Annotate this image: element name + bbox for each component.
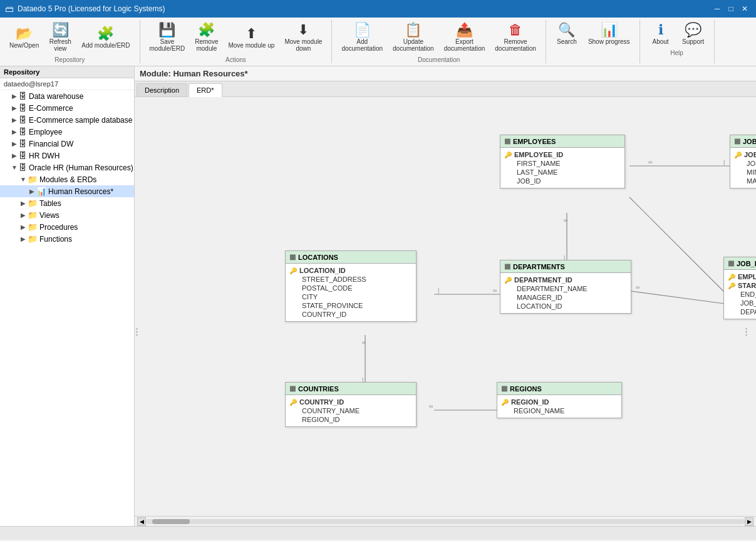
about-button[interactable]: ℹ About	[645, 20, 676, 48]
folder-icon: 📁	[28, 210, 38, 220]
erd-table-locations[interactable]: ▦ LOCATIONS 🔑 LOCATION_ID STREET_ADDRESS	[285, 250, 417, 322]
erd-table-countries[interactable]: ▦ COUNTRIES 🔑 COUNTRY_ID COUNTRY_NAME	[285, 382, 417, 427]
scroll-left-button[interactable]: ◀	[137, 517, 146, 526]
erd-table-departments[interactable]: ▦ DEPARTMENTS 🔑 DEPARTMENT_ID DEPARTMENT…	[500, 260, 631, 314]
erd-table-job-history[interactable]: ▦ JOB_HISTORY 🔑 EMPLOYEE_ID 🔑 START_DATE	[723, 257, 756, 319]
erd-table-job-history-body: 🔑 EMPLOYEE_ID 🔑 START_DATE END_DATE	[724, 270, 756, 319]
erd-canvas[interactable]: ∞ | ∞ | ∞ ∞ |	[135, 97, 756, 516]
sidebar-item-functions[interactable]: ▶ 📁 Functions	[0, 233, 134, 245]
expand-icon: ▶	[10, 152, 19, 159]
regions-table-title: REGIONS	[510, 385, 542, 393]
add-module-button[interactable]: 🧩 Add module/ERD	[77, 24, 134, 52]
right-grip	[745, 328, 747, 336]
chat-icon: 💬	[685, 23, 702, 37]
key-icon: 🔑	[504, 277, 512, 284]
erd-field: STATE_PROVINCE	[289, 301, 412, 310]
sidebar-item-tables[interactable]: ▶ 📁 Tables	[0, 197, 134, 209]
key-icon: 🔑	[728, 282, 735, 289]
show-progress-button[interactable]: 📊 Show progress	[584, 20, 634, 48]
erd-field: 🔑 REGION_ID	[501, 398, 618, 406]
key-icon: 🔑	[501, 399, 509, 406]
toolbar-group-actions: 💾 Savemodule/ERD 🧩 Removemodule ⬆ Move m…	[140, 20, 333, 63]
add-doc-icon: 📄	[354, 23, 371, 37]
erd-field: REGION_NAME	[501, 406, 618, 415]
export-documentation-button[interactable]: 📤 Exportdocumentation	[440, 20, 490, 55]
table-icon: ▦	[504, 262, 510, 270]
maximize-button[interactable]: □	[725, 3, 737, 15]
scroll-thumb[interactable]	[152, 519, 190, 524]
save-module-button[interactable]: 💾 Savemodule/ERD	[145, 20, 190, 55]
erd-field: 🔑 LOCATION_ID	[289, 266, 412, 275]
sidebar-item-employee[interactable]: ▶ 🗄 Employee	[0, 126, 134, 138]
erd-table-regions-body: 🔑 REGION_ID REGION_NAME	[497, 395, 621, 418]
erd-table-employees[interactable]: ▦ EMPLOYEES 🔑 EMPLOYEE_ID FIRST_NAME	[500, 135, 625, 188]
expand-icon: ▶	[10, 128, 19, 135]
sidebar-item-ecommerce-sample[interactable]: ▶ 🗄 E-Commerce sample database	[0, 114, 134, 126]
erd-field: 🔑 DEPARTMENT_ID	[504, 276, 627, 284]
close-button[interactable]: ✕	[738, 3, 751, 15]
sidebar-item-procedures[interactable]: ▶ 📁 Procedures	[0, 221, 134, 233]
svg-text:∞: ∞	[493, 287, 497, 294]
grip-dot	[136, 331, 138, 333]
arrow-up-icon: ⬆	[246, 27, 257, 41]
svg-text:∞: ∞	[636, 284, 639, 291]
search-icon: 🔍	[558, 23, 575, 37]
content-area: Module: Human Resources* Description ERD…	[135, 66, 756, 526]
db-icon: 🗄	[19, 127, 27, 137]
erd-table-locations-body: 🔑 LOCATION_ID STREET_ADDRESS POSTAL_CODE	[286, 264, 416, 321]
grip-dot	[745, 328, 747, 330]
search-button[interactable]: 🔍 Search	[551, 20, 583, 48]
refresh-view-button[interactable]: 🔄 Refreshview	[44, 20, 76, 55]
add-documentation-button[interactable]: 📄 Adddocumentation	[337, 20, 387, 55]
documentation-group-label: Documentation	[418, 56, 460, 63]
new-open-button[interactable]: 📂 New/Open	[5, 24, 43, 52]
tab-description[interactable]: Description	[137, 83, 187, 96]
table-icon: ▦	[504, 137, 510, 145]
expand-icon: ▶	[19, 200, 28, 207]
table-icon: ▦	[289, 253, 296, 261]
sidebar-item-label: Functions	[39, 235, 72, 244]
erd-table-countries-body: 🔑 COUNTRY_ID COUNTRY_NAME REGION_ID	[286, 395, 416, 426]
sidebar-item-modules-erds[interactable]: ▼ 📁 Modules & ERDs	[0, 173, 134, 185]
expand-icon: ▶	[19, 235, 28, 242]
erd-table-regions[interactable]: ▦ REGIONS 🔑 REGION_ID REGION_NAME	[497, 382, 622, 418]
erd-table-departments-header: ▦ DEPARTMENTS	[500, 260, 631, 273]
update-doc-icon: 📋	[405, 23, 422, 37]
erd-connections: ∞ | ∞ | ∞ ∞ |	[135, 97, 748, 516]
erd-table-departments-body: 🔑 DEPARTMENT_ID DEPARTMENT_NAME MANAGER_…	[500, 273, 631, 313]
sidebar-user: dataedo@lsrep17	[0, 78, 134, 90]
scroll-track[interactable]	[146, 519, 745, 524]
module-title: Module: Human Resources*	[140, 69, 248, 78]
erd-field: LAST_NAME	[504, 168, 621, 177]
sidebar-item-human-resources[interactable]: ▶ 📊 Human Resources*	[0, 185, 134, 197]
sidebar-item-views[interactable]: ▶ 📁 Views	[0, 209, 134, 221]
save-icon: 💾	[158, 23, 175, 37]
minimize-button[interactable]: ─	[711, 3, 723, 15]
erd-field: 🔑 START_DATE	[728, 281, 756, 290]
scroll-right-button[interactable]: ▶	[745, 517, 753, 526]
support-button[interactable]: 💬 Support	[678, 20, 709, 48]
update-documentation-button[interactable]: 📋 Updatedocumentation	[388, 20, 438, 55]
tab-erd[interactable]: ERD*	[189, 83, 222, 97]
sidebar-item-data-warehouse[interactable]: ▶ 🗄 Data warehouse	[0, 90, 134, 102]
remove-module-button[interactable]: 🧩 Removemodule	[190, 20, 222, 55]
move-module-up-button[interactable]: ⬆ Move module up	[224, 24, 279, 52]
erd-table-employees-body: 🔑 EMPLOYEE_ID FIRST_NAME LAST_NAME	[500, 148, 624, 188]
toolbar-groups: 📂 New/Open 🔄 Refreshview 🧩 Add module/ER…	[0, 20, 756, 63]
expand-icon: ▼	[19, 176, 28, 183]
erd-field: JOB_TITLE	[734, 159, 756, 168]
move-module-down-button[interactable]: ⬇ Move moduledown	[280, 20, 326, 55]
sidebar-item-ecommerce[interactable]: ▶ 🗄 E-Commerce	[0, 102, 134, 114]
erd-table-jobs[interactable]: ▦ JOBS 🔑 JOB_ID JOB_TITLE	[730, 135, 756, 188]
folder-icon: 📁	[28, 198, 38, 208]
horizontal-scrollbar[interactable]: ◀ ▶	[135, 516, 756, 526]
info-icon: ℹ	[658, 23, 663, 37]
sidebar-item-financial-dw[interactable]: ▶ 🗄 Financial DW	[0, 138, 134, 150]
sidebar: Repository dataedo@lsrep17 ▶ 🗄 Data ware…	[0, 66, 135, 526]
sidebar-item-label: Views	[39, 211, 60, 220]
remove-documentation-button[interactable]: 🗑 Removedocumentation	[490, 20, 541, 55]
sidebar-item-hr-dwh[interactable]: ▶ 🗄 HR DWH	[0, 150, 134, 162]
toolbar-group-documentation: 📄 Adddocumentation 📋 Updatedocumentation…	[332, 20, 546, 63]
erd-icon: 📊	[36, 187, 46, 196]
sidebar-item-oracle-hr[interactable]: ▼ 🗄 Oracle HR (Human Resources)	[0, 162, 134, 173]
